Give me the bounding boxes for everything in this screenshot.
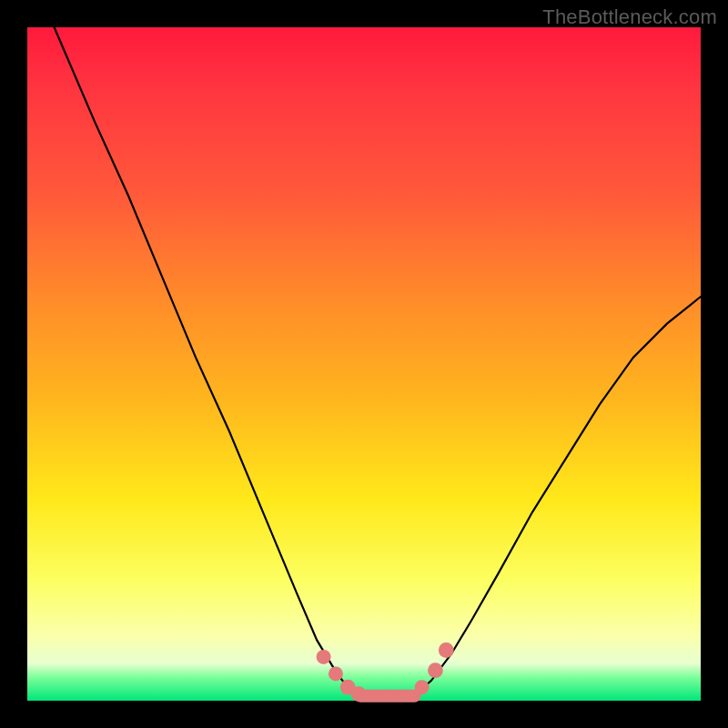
watermark-text: TheBottleneck.com [542, 5, 717, 29]
trough-marker [329, 666, 343, 681]
trough-marker [428, 662, 443, 678]
trough-marker [415, 680, 430, 694]
trough-markers [317, 642, 454, 702]
trough-marker [439, 642, 454, 658]
trough-marker [351, 686, 367, 702]
chart-overlay [27, 27, 701, 701]
chart-stage: TheBottleneck.com [0, 0, 728, 728]
bottleneck-curve [55, 27, 701, 697]
trough-marker [317, 650, 331, 664]
